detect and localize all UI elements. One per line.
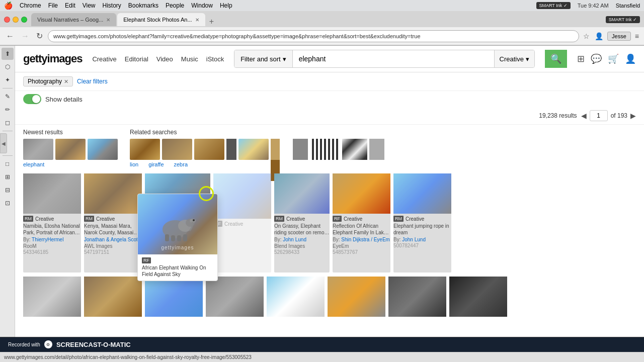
image-by-5: By: John Lund bbox=[274, 237, 330, 242]
menu-bookmarks[interactable]: Bookmarks bbox=[128, 2, 158, 9]
image-card-r2-1[interactable] bbox=[23, 277, 81, 317]
related-thumb-lion1[interactable] bbox=[130, 139, 160, 160]
minimize-button[interactable] bbox=[13, 17, 19, 23]
nav-creative[interactable]: Creative bbox=[92, 55, 116, 63]
nav-istock[interactable]: iStock bbox=[206, 55, 224, 63]
user-badge[interactable]: Jesse bbox=[607, 32, 631, 41]
related-thumb-lion3[interactable] bbox=[194, 139, 224, 160]
newest-thumb-1[interactable] bbox=[23, 139, 53, 160]
account-icon[interactable]: 👤 bbox=[625, 53, 636, 64]
image-card-3[interactable]: ℹ 🛒 ⊞ RF Creative An African Elephant Wa… bbox=[145, 173, 210, 273]
related-thumb-7[interactable] bbox=[369, 139, 384, 160]
profile-icon[interactable]: 👤 bbox=[594, 31, 604, 41]
image-author-link-2[interactable]: Jonathan & Angela Scott bbox=[84, 237, 139, 242]
new-tab-button[interactable]: + bbox=[206, 17, 217, 26]
giraffe-link[interactable]: giraffe bbox=[148, 161, 164, 167]
tab-1[interactable]: Visual Narratives – Goog... ✕ bbox=[31, 13, 116, 26]
bookmark-icon[interactable]: ☆ bbox=[582, 31, 591, 41]
image-card-7[interactable]: RM Creative Elephant jumping rope in dre… bbox=[393, 173, 451, 273]
next-page-button[interactable]: ▶ bbox=[630, 112, 636, 120]
page-input[interactable] bbox=[590, 110, 608, 121]
sidebar-collapse-button[interactable]: ◀ bbox=[0, 133, 7, 153]
search-input[interactable] bbox=[293, 50, 494, 67]
apple-menu[interactable]: 🍎 bbox=[4, 2, 13, 10]
image-card-4[interactable]: RF Creative bbox=[213, 173, 271, 273]
newest-thumb-3[interactable] bbox=[88, 139, 118, 160]
chat-icon[interactable]: 💬 bbox=[591, 53, 602, 64]
menu-help[interactable]: Help bbox=[220, 2, 232, 9]
highlighter-tool[interactable]: ✏ bbox=[2, 104, 14, 116]
image-author-link-6[interactable]: Shin Dijkstra / EyeEm bbox=[341, 237, 390, 242]
lion-link[interactable]: lion bbox=[130, 161, 138, 167]
smart-select-tool[interactable]: ✦ bbox=[2, 74, 14, 86]
back-button[interactable]: ← bbox=[4, 31, 16, 42]
search-category-dropdown[interactable]: Creative ▾ bbox=[494, 50, 534, 67]
image-author-link-5[interactable]: John Lund bbox=[283, 237, 306, 242]
eraser-tool[interactable]: ◻ bbox=[2, 117, 14, 129]
related-thumb-zebra[interactable] bbox=[310, 139, 340, 160]
shapes-tool[interactable]: □ bbox=[2, 158, 14, 170]
image-author-link-1[interactable]: ThierryHermel bbox=[32, 237, 63, 242]
results-section: Newest results elephant Related searches bbox=[15, 125, 644, 323]
nav-video[interactable]: Video bbox=[156, 55, 173, 63]
reload-button[interactable]: ↻ bbox=[34, 30, 45, 42]
image-card-r2-3[interactable] bbox=[145, 277, 203, 317]
menu-people[interactable]: People bbox=[166, 2, 184, 9]
related-thumb-4[interactable] bbox=[226, 139, 236, 160]
pen-tool[interactable]: ✎ bbox=[2, 90, 14, 103]
menu-window[interactable]: Window bbox=[191, 2, 213, 9]
lasso-tool[interactable]: ⬡ bbox=[2, 61, 14, 73]
menu-edit[interactable]: Edit bbox=[65, 2, 75, 9]
menu-view[interactable]: View bbox=[83, 2, 96, 9]
image-card-r2-4[interactable] bbox=[206, 277, 264, 317]
filter-sort-button[interactable]: Filter and sort ▾ bbox=[234, 50, 292, 67]
image-card-r2-2[interactable] bbox=[84, 277, 142, 317]
extra-tool-1[interactable]: ⊞ bbox=[2, 171, 14, 183]
close-button[interactable] bbox=[4, 17, 10, 23]
settings-icon[interactable]: ≡ bbox=[634, 31, 640, 41]
image-card-r2-7[interactable] bbox=[388, 277, 446, 317]
tool-separator-1 bbox=[3, 88, 13, 88]
extra-tool-2[interactable]: ⊟ bbox=[2, 184, 14, 196]
search-icon: 🔍 bbox=[550, 53, 561, 64]
image-card-6[interactable]: RF Creative Reflection Of African Elepha… bbox=[333, 173, 390, 273]
menu-file[interactable]: File bbox=[48, 2, 58, 9]
image-card-2[interactable]: RM Creative Kenya, Maasai Mara, Narok Co… bbox=[84, 173, 142, 273]
cursor-tool[interactable]: ⬆ bbox=[2, 48, 14, 60]
tab-2-label: Elephant Stock Photos An... bbox=[123, 17, 192, 23]
related-thumb-giraffe[interactable] bbox=[238, 139, 269, 160]
grid-view-icon[interactable]: ⊞ bbox=[577, 53, 585, 64]
related-thumb-misc[interactable] bbox=[293, 139, 308, 160]
address-bar[interactable] bbox=[48, 30, 579, 42]
image-card-5[interactable]: RM Creative On Grassy, Elephant riding s… bbox=[274, 173, 330, 273]
tab-1-close[interactable]: ✕ bbox=[106, 17, 110, 23]
cart-icon[interactable]: 🛒 bbox=[608, 53, 619, 64]
newest-thumb-2[interactable] bbox=[55, 139, 86, 160]
nav-editorial[interactable]: Editorial bbox=[125, 55, 148, 63]
image-author-link-7[interactable]: John Lund bbox=[402, 237, 426, 242]
related-thumb-lion2[interactable] bbox=[162, 139, 192, 160]
related-thumb-zebra2[interactable] bbox=[342, 139, 367, 160]
image-card-r2-8[interactable] bbox=[449, 277, 507, 317]
image-card-r2-5[interactable] bbox=[267, 277, 325, 317]
image-card-r2-6[interactable] bbox=[328, 277, 385, 317]
menu-history[interactable]: History bbox=[103, 2, 121, 9]
tab-2[interactable]: Elephant Stock Photos An... ✕ bbox=[117, 13, 205, 26]
tab-2-close[interactable]: ✕ bbox=[195, 17, 199, 23]
filter-sort-label: Filter and sort bbox=[240, 55, 280, 63]
nav-music[interactable]: Music bbox=[181, 55, 198, 63]
search-button[interactable]: 🔍 bbox=[545, 50, 567, 68]
elephant-link[interactable]: elephant bbox=[23, 161, 118, 167]
zebra-link[interactable]: zebra bbox=[174, 161, 188, 167]
filter-tag-close-icon[interactable]: ✕ bbox=[64, 78, 68, 85]
related-thumb-5[interactable] bbox=[271, 139, 280, 160]
forward-button[interactable]: → bbox=[19, 31, 31, 42]
prev-page-button[interactable]: ◀ bbox=[581, 112, 587, 120]
svg-rect-9 bbox=[177, 235, 181, 241]
show-details-toggle[interactable] bbox=[23, 94, 41, 104]
menu-chrome[interactable]: Chrome bbox=[20, 2, 41, 9]
clear-filters-link[interactable]: Clear filters bbox=[77, 78, 108, 85]
extra-tool-3[interactable]: ⊡ bbox=[2, 197, 14, 209]
image-card-1[interactable]: RM Creative Namibia, Etosha National Par… bbox=[23, 173, 81, 273]
maximize-button[interactable] bbox=[21, 17, 27, 23]
